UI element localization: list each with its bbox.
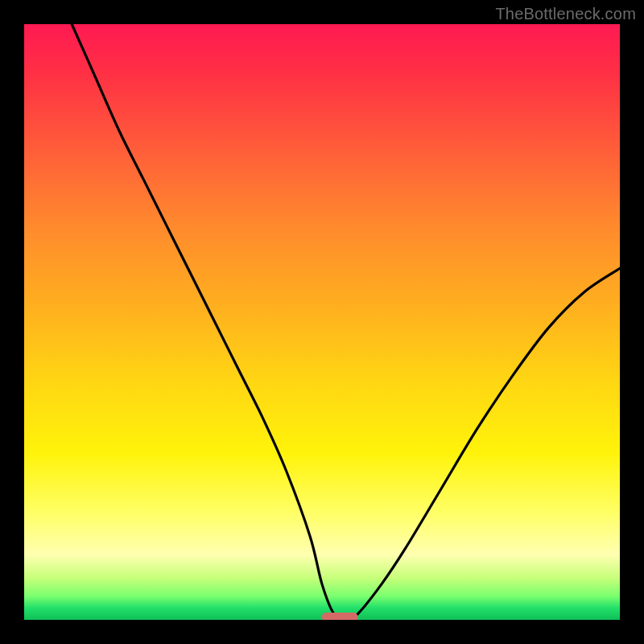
plot-area	[24, 24, 620, 620]
watermark-text: TheBottleneck.com	[495, 5, 636, 23]
chart-frame: TheBottleneck.com	[0, 0, 644, 644]
bottleneck-curve-svg	[24, 24, 620, 620]
optimal-marker	[322, 613, 357, 620]
bottleneck-curve	[72, 24, 620, 620]
